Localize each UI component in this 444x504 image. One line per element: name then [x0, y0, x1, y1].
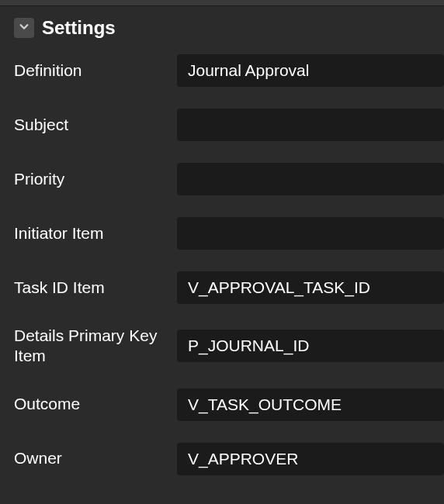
- label-outcome: Outcome: [14, 394, 177, 414]
- input-subject[interactable]: [177, 109, 444, 141]
- section-title: Settings: [42, 17, 116, 39]
- field-row-initiator-item: Initiator Item: [14, 217, 444, 250]
- top-bar: [0, 0, 444, 6]
- fields-container: Definition Subject Priority Initiator It…: [0, 47, 444, 475]
- field-row-details-primary-key-item: Details Primary Key Item: [14, 326, 444, 367]
- section-header: Settings: [0, 17, 444, 47]
- label-initiator-item: Initiator Item: [14, 223, 177, 243]
- collapse-toggle[interactable]: [14, 18, 34, 38]
- label-owner: Owner: [14, 448, 177, 468]
- chevron-down-icon: [19, 21, 29, 35]
- input-definition[interactable]: [177, 54, 444, 87]
- input-task-id-item[interactable]: [177, 271, 444, 304]
- field-row-definition: Definition: [14, 54, 444, 87]
- label-priority: Priority: [14, 169, 177, 189]
- settings-panel: Settings Definition Subject Priority Ini…: [0, 6, 444, 475]
- field-row-subject: Subject: [14, 109, 444, 141]
- label-definition: Definition: [14, 60, 177, 81]
- label-details-primary-key-item: Details Primary Key Item: [14, 326, 177, 367]
- input-owner[interactable]: [177, 443, 444, 475]
- label-task-id-item: Task ID Item: [14, 278, 177, 298]
- label-subject: Subject: [14, 115, 177, 135]
- field-row-outcome: Outcome: [14, 388, 444, 421]
- input-initiator-item[interactable]: [177, 217, 444, 250]
- field-row-priority: Priority: [14, 163, 444, 195]
- input-outcome[interactable]: [177, 388, 444, 421]
- input-priority[interactable]: [177, 163, 444, 195]
- input-details-primary-key-item[interactable]: [177, 330, 444, 362]
- field-row-task-id-item: Task ID Item: [14, 271, 444, 304]
- field-row-owner: Owner: [14, 443, 444, 475]
